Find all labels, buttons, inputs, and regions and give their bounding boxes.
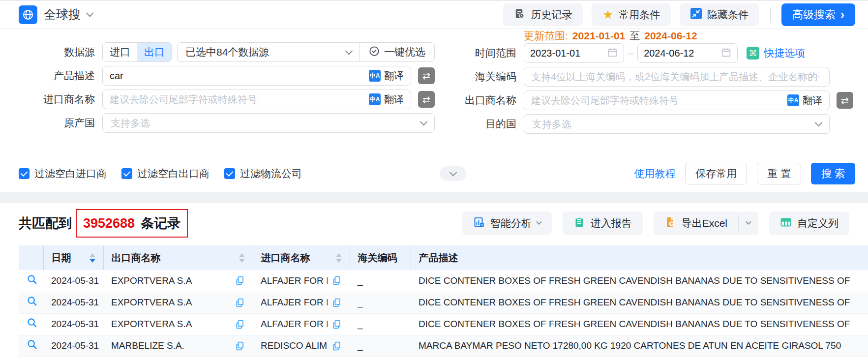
arrow-right-icon: › [840, 9, 844, 21]
copy-icon[interactable] [235, 298, 245, 308]
calendar-icon [607, 47, 618, 60]
smart-analysis-button[interactable]: BI 智能分析 [462, 211, 552, 235]
chevron-down-icon [449, 168, 457, 176]
date-cell: 2024-05-31 [43, 313, 103, 335]
exporter-cell: EXPORTVERA S.A [103, 292, 253, 313]
data-source-select[interactable]: 已选中84个数据源 [178, 45, 359, 59]
favorites-button[interactable]: ★ 常用条件 [592, 3, 671, 26]
copy-icon[interactable] [331, 341, 342, 351]
custom-columns-button[interactable]: 自定义列 [769, 211, 849, 235]
header-hs-code: 海关编码 [350, 245, 411, 270]
copy-icon[interactable] [331, 298, 342, 308]
advanced-search-button[interactable]: 高级搜索 › [781, 3, 855, 26]
export-excel-button[interactable]: 导出Excel [654, 211, 738, 235]
hs-code-cell: _ [350, 292, 411, 313]
importer-cell: ALFAJER FOR IMP [253, 313, 350, 335]
importer-input[interactable] [103, 94, 365, 105]
copy-icon[interactable] [235, 341, 245, 351]
header-product-desc: 产品描述 [411, 245, 868, 270]
exporter-cell: EXPORTVERA S.A [103, 270, 253, 292]
divider [770, 7, 771, 23]
time-range-label: 时间范围 [435, 46, 524, 60]
sort-control[interactable] [239, 253, 245, 263]
importer-cell: ALFAJER FOR IMP [253, 292, 350, 313]
product-desc-box: 中A 翻译 [102, 66, 411, 86]
sort-asc-icon [336, 253, 342, 257]
copy-icon[interactable] [235, 275, 245, 286]
direction-segmented-control: 进口 出口 [102, 42, 172, 62]
exporter-input[interactable] [524, 95, 783, 106]
save-favorite-button[interactable]: 保存常用 [685, 163, 747, 184]
globe-icon [19, 5, 37, 24]
exporter-label: 出口商名称 [435, 93, 524, 107]
end-date-input[interactable] [644, 48, 708, 59]
chevron-down-icon [746, 219, 751, 225]
quick-options-link[interactable]: 快捷选项 [764, 46, 805, 60]
exporter-cell: EXPORTVERA S.A [103, 313, 253, 335]
hs-code-cell: _ [350, 313, 411, 335]
product-desc-cell: DICE CONTENER BOXES OF FRESH GREEN CAVEN… [411, 313, 868, 335]
dest-country-label: 目的国 [435, 117, 524, 131]
exchange-icon[interactable]: ⇄ [837, 92, 853, 109]
row-detail-button[interactable] [27, 296, 38, 307]
row-detail-button[interactable] [27, 339, 38, 350]
row-detail-button[interactable] [27, 317, 38, 329]
sort-desc-icon [336, 259, 342, 263]
importer-cell: ALFAJER FOR IMP [253, 270, 350, 292]
table-row: 2024-05-31 EXPORTVERA S.A ALFAJER FOR IM… [19, 313, 868, 335]
date-cell: 2024-05-31 [43, 270, 103, 292]
sort-control[interactable] [336, 253, 342, 263]
export-options-button[interactable] [739, 211, 758, 235]
app-switcher[interactable]: 全球搜 [19, 5, 92, 24]
hs-code-input[interactable] [524, 71, 826, 83]
export-excel-icon [664, 216, 676, 231]
enter-report-button[interactable]: 进入报告 [563, 211, 643, 235]
importer-box: 中A 翻译 [102, 90, 411, 109]
translate-button[interactable]: 中A 翻译 [783, 94, 826, 107]
match-count: 共匹配到 3952688 条记录 [19, 209, 188, 238]
tutorial-link[interactable]: 使用教程 [634, 167, 675, 181]
hs-code-cell: _ [350, 335, 411, 357]
origin-country-select[interactable]: 支持多选 [102, 113, 435, 133]
copy-icon[interactable] [331, 275, 342, 286]
sort-control[interactable] [90, 253, 95, 263]
filter-logistics-checkbox[interactable]: 过滤物流公司 [224, 167, 302, 181]
header-date: 日期 [43, 245, 103, 270]
start-date-box [524, 43, 624, 63]
dest-country-select[interactable]: 支持多选 [524, 114, 830, 134]
translate-button[interactable]: 中A 翻译 [365, 93, 408, 106]
date-cell: 2024-05-31 [43, 292, 103, 313]
tab-import[interactable]: 进口 [103, 43, 137, 61]
sort-desc-icon [90, 259, 95, 263]
one-click-optimize-button[interactable]: 一键优选 [359, 43, 434, 61]
tab-export[interactable]: 出口 [137, 43, 172, 61]
copy-icon[interactable] [331, 319, 342, 330]
history-button[interactable]: 历史记录 [503, 3, 583, 26]
app-title: 全球搜 [44, 6, 81, 23]
end-date-box [637, 43, 738, 63]
search-button[interactable]: 搜 索 [811, 163, 855, 184]
filter-blank-importer-checkbox[interactable]: 过滤空白进口商 [19, 167, 107, 181]
update-range: 更新范围: 2021-01-01 至 2024-06-12 [524, 30, 858, 42]
product-desc-input[interactable] [103, 70, 365, 82]
product-desc-cell: MARCA BAYMAR PESO NETO 17280,00 KG 1920 … [411, 335, 868, 357]
date-separator: – [628, 48, 633, 59]
row-detail-button[interactable] [27, 274, 38, 285]
translate-button[interactable]: 中A 翻译 [365, 69, 408, 83]
expand-more-button[interactable] [440, 166, 466, 181]
translate-icon: 中A [369, 70, 381, 82]
copy-icon[interactable] [235, 319, 245, 330]
exchange-icon[interactable]: ⇄ [418, 67, 435, 84]
hs-code-label: 海关编码 [435, 70, 524, 84]
product-desc-label: 产品描述 [19, 69, 102, 83]
sort-asc-icon [239, 253, 245, 257]
topbar-actions: 历史记录 ★ 常用条件 隐藏条件 高级搜索 › [503, 3, 855, 26]
collapse-icon [690, 8, 702, 22]
filter-blank-exporter-checkbox[interactable]: 过滤空白出口商 [121, 167, 210, 181]
hide-conditions-button[interactable]: 隐藏条件 [680, 3, 759, 26]
exchange-icon[interactable]: ⇄ [418, 91, 435, 108]
reset-button[interactable]: 重 置 [757, 163, 801, 184]
start-date-input[interactable] [530, 48, 594, 59]
form-footer: 过滤空白进口商 过滤空白出口商 过滤物流公司 使用教程 保存常用 重 置 搜 索 [19, 162, 855, 185]
bi-analysis-icon: BI [473, 216, 485, 231]
